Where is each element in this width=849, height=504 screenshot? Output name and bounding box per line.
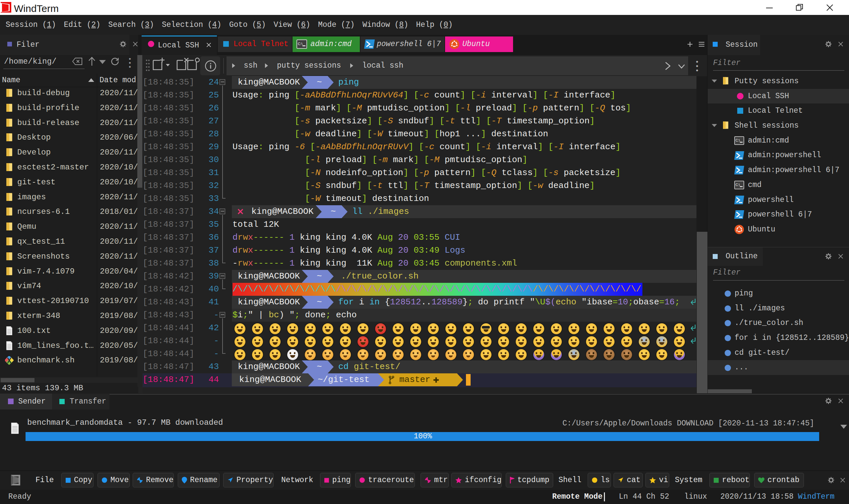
svg-text:C:\: C:\: [736, 139, 740, 142]
svg-text:C:\: C:\: [736, 183, 740, 187]
svg-text:C:\: C:\: [298, 42, 303, 46]
